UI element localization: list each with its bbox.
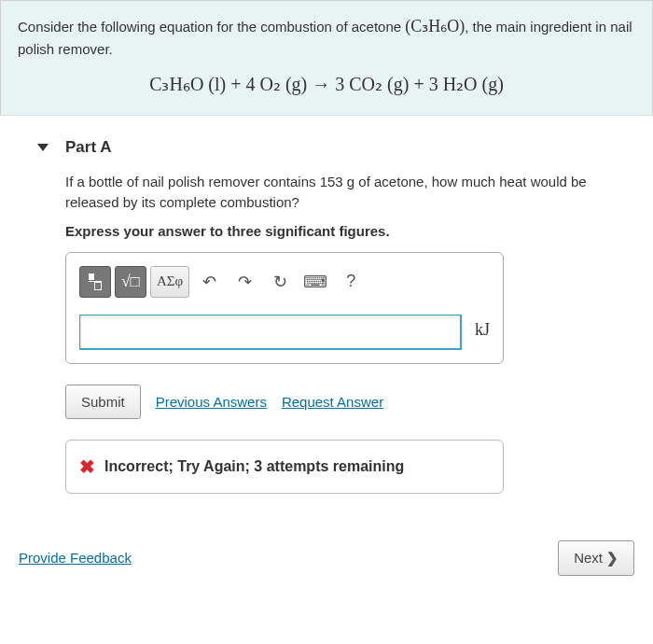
problem-intro-pre: Consider the following equation for the … [18, 19, 405, 35]
keyboard-icon: ⌨ [303, 272, 327, 292]
problem-statement: Consider the following equation for the … [0, 0, 653, 115]
footer: Provide Feedback Next ❯ [0, 512, 653, 595]
sqrt-button[interactable]: √□ [115, 266, 146, 298]
redo-icon: ↷ [238, 272, 252, 292]
unit-label: kJ [475, 275, 490, 340]
provide-feedback-link[interactable]: Provide Feedback [19, 550, 132, 566]
math-toolbar: √□ ΑΣφ ↶ ↷ ↻ ⌨ [79, 266, 462, 298]
request-answer-link[interactable]: Request Answer [282, 394, 383, 410]
help-icon: ? [346, 272, 355, 291]
reset-button[interactable]: ↻ [264, 266, 296, 298]
sqrt-icon: √□ [121, 273, 140, 291]
action-row: Submit Previous Answers Request Answer [65, 385, 634, 419]
submit-button[interactable]: Submit [65, 385, 141, 419]
part-a: Part A If a bottle of nail polish remove… [0, 115, 653, 512]
previous-answers-link[interactable]: Previous Answers [156, 394, 267, 410]
greek-label: ΑΣφ [157, 273, 183, 289]
chevron-right-icon: ❯ [606, 550, 618, 567]
chevron-down-icon [37, 144, 49, 151]
undo-icon: ↶ [202, 272, 216, 292]
redo-button[interactable]: ↷ [229, 266, 260, 298]
reset-icon: ↻ [273, 272, 287, 292]
incorrect-icon: ✖ [79, 455, 95, 478]
keyboard-button[interactable]: ⌨ [299, 266, 331, 298]
fraction-button[interactable] [79, 266, 111, 298]
part-header[interactable]: Part A [0, 116, 653, 172]
fraction-icon [89, 273, 102, 290]
problem-formula: (C₃H₆O) [405, 17, 465, 35]
part-label: Part A [65, 138, 111, 157]
help-button[interactable]: ? [335, 266, 367, 298]
question-text: If a bottle of nail polish remover conta… [65, 172, 634, 214]
next-button[interactable]: Next ❯ [558, 540, 634, 576]
chemical-equation: C₃H₆O (l) + 4 O₂ (g) → 3 CO₂ (g) + 3 H₂O… [18, 70, 635, 98]
feedback-box: ✖ Incorrect; Try Again; 3 attempts remai… [65, 440, 504, 494]
greek-button[interactable]: ΑΣφ [150, 266, 189, 298]
next-label: Next [574, 550, 603, 566]
undo-button[interactable]: ↶ [193, 266, 225, 298]
instruction-text: Express your answer to three significant… [65, 223, 634, 239]
answer-input[interactable] [79, 315, 462, 350]
feedback-message: Incorrect; Try Again; 3 attempts remaini… [104, 458, 404, 475]
answer-box: √□ ΑΣφ ↶ ↷ ↻ ⌨ [65, 252, 504, 364]
